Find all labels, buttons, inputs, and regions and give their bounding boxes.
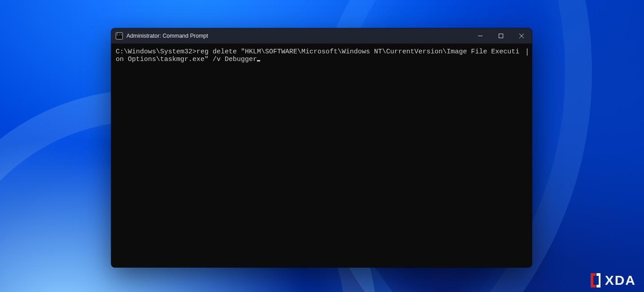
command-prompt-window: Administrator: Command Prompt C:\Windows… [111,28,532,267]
titlebar[interactable]: Administrator: Command Prompt [111,28,532,44]
xda-logo-icon [589,272,602,288]
terminal-area[interactable]: C:\Windows\System32>reg delete "HKLM\SOF… [111,44,532,267]
close-icon [519,34,524,38]
minimize-button[interactable] [470,28,491,44]
scrollbar-indicator[interactable]: | [525,48,529,56]
xda-logo-text: XDA [605,273,636,288]
maximize-button[interactable] [491,28,511,44]
cmd-icon [116,32,123,39]
maximize-icon [499,34,503,38]
svg-rect-0 [499,34,503,38]
close-button[interactable] [511,28,532,44]
window-controls [470,28,532,44]
prompt-text: C:\Windows\System32> [116,48,196,56]
terminal-output: C:\Windows\System32>reg delete "HKLM\SOF… [116,48,532,63]
minimize-icon [478,34,483,38]
xda-watermark: XDA [589,272,636,288]
text-cursor [257,60,260,61]
window-title: Administrator: Command Prompt [126,33,208,39]
